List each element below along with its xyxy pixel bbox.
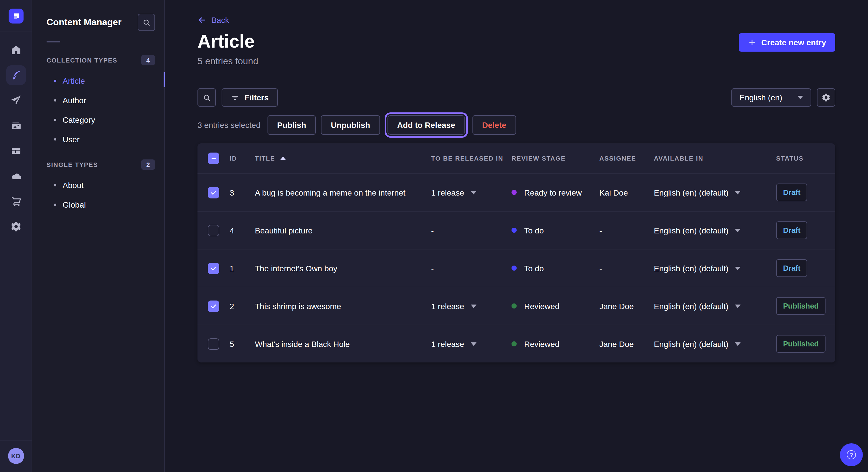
cell-title: What's inside a Black Hole bbox=[255, 339, 431, 348]
sidebar-item-author[interactable]: Author bbox=[32, 91, 164, 110]
sidebar-item-label: Global bbox=[63, 200, 86, 209]
chevron-down-icon bbox=[470, 342, 476, 345]
locale-dropdown[interactable]: English (en) (default) bbox=[654, 301, 776, 310]
locale-dropdown[interactable]: English (en) (default) bbox=[654, 226, 776, 235]
releases-icon[interactable] bbox=[6, 91, 26, 110]
search-icon[interactable] bbox=[138, 14, 155, 31]
row-checkbox[interactable] bbox=[208, 262, 219, 274]
user-avatar[interactable]: KD bbox=[8, 448, 24, 464]
status-badge: Published bbox=[776, 297, 826, 315]
filter-icon bbox=[231, 93, 239, 102]
chevron-down-icon bbox=[735, 191, 741, 194]
unpublish-button[interactable]: Unpublish bbox=[321, 115, 380, 135]
collection-types-list: Article Author Category User bbox=[32, 71, 164, 149]
check-icon bbox=[210, 303, 217, 309]
cell-release: - bbox=[431, 264, 512, 273]
search-icon[interactable] bbox=[197, 88, 216, 107]
bullet-icon bbox=[54, 184, 56, 187]
chevron-down-icon bbox=[797, 96, 803, 99]
strapi-logo-icon[interactable] bbox=[8, 8, 23, 23]
column-header-release[interactable]: TO BE RELEASED IN bbox=[431, 155, 512, 162]
cell-title: The internet's Own boy bbox=[255, 264, 431, 273]
page-title: Article bbox=[197, 30, 255, 53]
table-row[interactable]: 2 This shrimp is awesome 1 release Revie… bbox=[197, 287, 835, 325]
single-types-count: 2 bbox=[141, 160, 155, 170]
cell-id: 2 bbox=[229, 301, 255, 310]
cell-id: 1 bbox=[229, 264, 255, 273]
column-header-review-stage[interactable]: REVIEW STAGE bbox=[512, 155, 599, 162]
help-button[interactable]: ? bbox=[840, 443, 863, 466]
toolbar: Filters English (en) bbox=[197, 88, 835, 107]
chevron-down-icon bbox=[735, 342, 741, 345]
nav-footer: KD bbox=[0, 440, 32, 472]
select-all-checkbox[interactable] bbox=[208, 153, 219, 164]
row-checkbox[interactable] bbox=[208, 225, 219, 236]
app-root: KD Content Manager COLLECTION TYPES 4 Ar… bbox=[0, 0, 868, 472]
row-checkbox[interactable] bbox=[208, 187, 219, 198]
table-row[interactable]: 5 What's inside a Black Hole 1 release R… bbox=[197, 325, 835, 363]
settings-icon[interactable] bbox=[6, 217, 26, 236]
cell-release: - bbox=[431, 226, 512, 235]
sidebar-item-label: Author bbox=[63, 96, 86, 105]
logo-section bbox=[0, 0, 32, 32]
sidebar-item-label: Category bbox=[63, 115, 95, 125]
chevron-down-icon bbox=[735, 229, 741, 232]
create-new-entry-button[interactable]: Create new entry bbox=[739, 33, 835, 52]
filters-button[interactable]: Filters bbox=[222, 88, 278, 107]
table-row[interactable]: 4 Beautiful picture - To do - English (e… bbox=[197, 211, 835, 249]
delete-button[interactable]: Delete bbox=[472, 115, 516, 135]
main-nav: KD bbox=[0, 0, 32, 472]
marketplace-icon[interactable] bbox=[6, 192, 26, 211]
status-badge: Draft bbox=[776, 222, 807, 239]
sidebar-item-about[interactable]: About bbox=[32, 175, 164, 195]
main-content: Back Article Create new entry 5 entries … bbox=[165, 0, 868, 472]
entries-count: 5 entries found bbox=[197, 56, 835, 67]
cell-id: 5 bbox=[229, 339, 255, 348]
check-icon bbox=[210, 265, 217, 272]
single-types-header: SINGLE TYPES 2 bbox=[32, 160, 164, 170]
column-header-status[interactable]: STATUS bbox=[776, 155, 835, 162]
sidebar-item-user[interactable]: User bbox=[32, 130, 164, 149]
content-manager-subnav: Content Manager COLLECTION TYPES 4 Artic… bbox=[32, 0, 165, 472]
sidebar-item-category[interactable]: Category bbox=[32, 110, 164, 130]
locale-dropdown[interactable]: English (en) (default) bbox=[654, 264, 776, 273]
column-header-available-in[interactable]: AVAILABLE IN bbox=[654, 155, 776, 162]
column-header-id[interactable]: ID bbox=[229, 155, 255, 162]
collection-types-count: 4 bbox=[141, 55, 155, 65]
column-header-assignee[interactable]: ASSIGNEE bbox=[599, 155, 654, 162]
table-row[interactable]: 3 A bug is becoming a meme on the intern… bbox=[197, 173, 835, 211]
locale-dropdown[interactable]: English (en) (default) bbox=[654, 188, 776, 197]
column-header-title[interactable]: TITLE bbox=[255, 155, 431, 162]
stage-dot-icon bbox=[512, 341, 517, 346]
cell-title: This shrimp is awesome bbox=[255, 301, 431, 310]
chevron-down-icon bbox=[735, 266, 741, 270]
home-icon[interactable] bbox=[6, 40, 26, 60]
locale-select[interactable]: English (en) bbox=[732, 88, 811, 107]
release-dropdown[interactable]: 1 release bbox=[431, 188, 512, 197]
sidebar-item-label: Article bbox=[63, 76, 85, 86]
cell-review-stage: To do bbox=[512, 264, 599, 273]
media-library-icon[interactable] bbox=[6, 116, 26, 135]
cell-assignee: - bbox=[599, 264, 654, 273]
row-checkbox[interactable] bbox=[208, 300, 219, 312]
selection-count: 3 entries selected bbox=[197, 121, 260, 130]
deploy-icon[interactable] bbox=[6, 166, 26, 186]
subnav-title: Content Manager bbox=[46, 17, 121, 28]
release-dropdown[interactable]: 1 release bbox=[431, 339, 512, 348]
content-manager-icon[interactable] bbox=[6, 65, 26, 85]
table-row[interactable]: 1 The internet's Own boy - To do - Engli… bbox=[197, 249, 835, 287]
cell-review-stage: Reviewed bbox=[512, 301, 599, 310]
row-checkbox[interactable] bbox=[208, 338, 219, 349]
status-badge: Draft bbox=[776, 259, 807, 277]
publish-button[interactable]: Publish bbox=[267, 115, 316, 135]
add-to-release-button[interactable]: Add to Release bbox=[387, 115, 465, 135]
locale-dropdown[interactable]: English (en) (default) bbox=[654, 339, 776, 348]
view-settings-icon[interactable] bbox=[817, 88, 835, 107]
content-type-builder-icon[interactable] bbox=[6, 141, 26, 161]
release-dropdown[interactable]: 1 release bbox=[431, 301, 512, 310]
back-link[interactable]: Back bbox=[197, 15, 229, 25]
chevron-down-icon bbox=[470, 304, 476, 308]
sidebar-item-article[interactable]: Article bbox=[32, 71, 164, 91]
table-header-row: ID TITLE TO BE RELEASED IN REVIEW STAGE … bbox=[197, 143, 835, 173]
sidebar-item-global[interactable]: Global bbox=[32, 195, 164, 214]
